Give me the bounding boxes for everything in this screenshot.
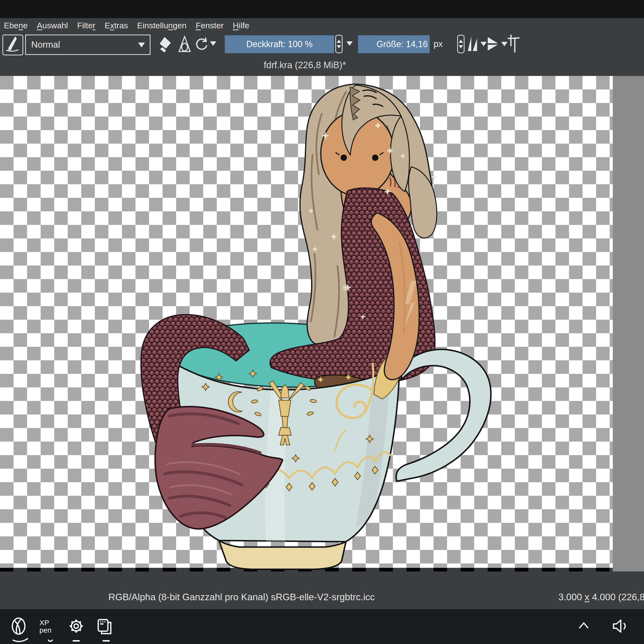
taskbar: XP pen (0, 609, 644, 644)
teacup-handle (396, 349, 491, 481)
dock-mark-1 (13, 638, 28, 643)
status-bar: RGB/Alpha (8-bit Ganzzahl pro Kanal) sRG… (0, 571, 644, 609)
gear-icon[interactable] (67, 617, 85, 635)
dock-mark-2 (47, 639, 53, 643)
dock-mark-4 (103, 640, 110, 642)
xp-pen-icon[interactable]: XP pen (39, 619, 52, 634)
speaker-icon[interactable] (612, 618, 631, 635)
clipboard-icon[interactable] (96, 618, 113, 635)
color-profile-status: RGB/Alpha (8-bit Ganzzahl pro Kanal) sRG… (108, 592, 375, 602)
mermaid-teacup-artwork (0, 0, 644, 644)
chevron-up-icon[interactable] (578, 621, 590, 630)
swirl-app-icon[interactable] (10, 617, 28, 635)
dock-mark-3 (73, 640, 80, 642)
teacup-foot (219, 540, 346, 569)
document-size-status: 3.000 x 4.000 (226,8 MiB) (558, 592, 644, 602)
krita-window: Ebene Auswahl Filter Extras Einstellunge… (0, 0, 644, 644)
